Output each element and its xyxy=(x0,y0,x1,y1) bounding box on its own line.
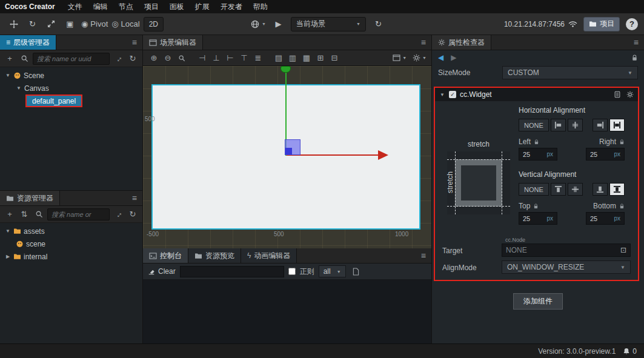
tab-asset-preview[interactable]: 资源预览 xyxy=(188,248,241,263)
assets-refresh-button[interactable]: ↻ xyxy=(127,208,139,220)
tab-animation-editor[interactable]: ϟ 动画编辑器 xyxy=(241,248,297,263)
node-anchor-handle[interactable] xyxy=(285,148,292,154)
lock-icon[interactable] xyxy=(619,204,625,209)
distribute-icon[interactable]: ≣ xyxy=(252,52,264,64)
hierarchy-search-filter-button[interactable] xyxy=(18,53,30,65)
same-size-icon[interactable]: ▦ xyxy=(300,52,313,64)
same-width-icon[interactable]: ⊞ xyxy=(314,52,327,64)
v-align-top-button[interactable] xyxy=(551,183,566,196)
zoom-out-button[interactable]: ⊖ xyxy=(162,52,174,64)
tree-item-canvas[interactable]: ▼ Canvas xyxy=(0,82,142,94)
align-bottom-icon[interactable]: ⊥ xyxy=(210,52,222,64)
tab-assets[interactable]: 资源管理器 xyxy=(0,191,60,205)
expand-collapse-button[interactable]: ↔ xyxy=(112,53,124,65)
inspector-panel-menu-icon[interactable]: ≡ xyxy=(628,38,644,47)
tab-console[interactable]: 控制台 xyxy=(143,248,188,263)
console-filter-input[interactable] xyxy=(180,266,284,277)
gizmo-y-handle[interactable] xyxy=(281,66,291,73)
left-value-input[interactable] xyxy=(523,151,539,158)
tree-item-scene[interactable]: ▼ Scene xyxy=(0,69,142,82)
v-align-none-button[interactable]: NONE xyxy=(519,183,549,196)
assets-collapse-button[interactable]: ↔ xyxy=(112,208,124,220)
top-value-input[interactable] xyxy=(523,215,539,222)
menu-edit[interactable]: 编辑 xyxy=(88,2,113,12)
hierarchy-search-input[interactable] xyxy=(33,53,110,65)
v-align-stretch-button[interactable] xyxy=(609,183,625,196)
menu-project[interactable]: 项目 xyxy=(139,2,164,12)
scene-viewport[interactable]: 500 -500 500 1000 xyxy=(143,66,431,248)
console-panel-menu-icon[interactable]: ≡ xyxy=(416,251,431,260)
nav-back-icon[interactable]: ◀ xyxy=(438,53,443,62)
align-left-icon[interactable]: ⊣ xyxy=(196,52,208,64)
gizmo-x-arrowhead[interactable] xyxy=(378,150,388,160)
alignmode-dropdown[interactable]: ON_WINDOW_RESIZE ▼ xyxy=(502,260,631,274)
bottom-value-input[interactable] xyxy=(590,215,606,222)
rotate-tool-button[interactable]: ↻ xyxy=(25,17,40,31)
notifications[interactable]: 0 xyxy=(623,347,637,356)
node-picker-icon[interactable]: ⊡ xyxy=(620,246,626,254)
zoom-in-button[interactable]: ⊕ xyxy=(148,52,160,64)
pivot-button[interactable]: ◉Pivot xyxy=(81,17,108,31)
rect-tool-button[interactable]: ▣ xyxy=(62,17,78,31)
hierarchy-panel-menu-icon[interactable]: ≡ xyxy=(127,38,142,47)
menu-developer[interactable]: 开发者 xyxy=(215,2,248,12)
selected-node-rect[interactable] xyxy=(285,139,300,155)
tree-item-internal[interactable]: ▶ internal xyxy=(0,250,142,263)
caret-down-icon[interactable]: ▼ xyxy=(5,73,11,78)
h-align-left-button[interactable] xyxy=(551,119,566,131)
caret-down-icon[interactable]: ▼ xyxy=(439,92,445,98)
refresh-scene-button[interactable]: ↻ xyxy=(371,17,386,31)
v-align-middle-button[interactable] xyxy=(568,183,583,196)
align-right-icon[interactable]: ⊢ xyxy=(224,52,236,64)
sort-assets-button[interactable]: ⇅ xyxy=(18,208,30,220)
assets-search-filter-button[interactable] xyxy=(33,208,45,220)
create-node-button[interactable]: + xyxy=(4,53,16,65)
scene-selector-dropdown[interactable]: 当前场景 ▼ xyxy=(291,17,366,31)
nav-forward-icon[interactable]: ▶ xyxy=(451,53,456,62)
tab-inspector[interactable]: 属性检查器 xyxy=(432,35,491,50)
lock-icon[interactable] xyxy=(619,139,625,145)
menu-file[interactable]: 文件 xyxy=(62,2,88,12)
v-align-bottom-button[interactable] xyxy=(593,183,608,196)
mode-2d-button[interactable]: 2D xyxy=(144,17,164,31)
align-center-h-icon[interactable]: ▤ xyxy=(273,52,285,64)
move-tool-button[interactable] xyxy=(6,17,21,31)
right-value-input[interactable] xyxy=(590,151,606,158)
caret-down-icon[interactable]: ▼ xyxy=(5,228,11,234)
target-node-field[interactable]: NONE ⊡ xyxy=(502,244,631,257)
tab-scene-editor[interactable]: 场景编辑器 xyxy=(143,35,203,50)
menu-extension[interactable]: 扩展 xyxy=(190,2,215,12)
local-button[interactable]: ◎Local xyxy=(111,17,139,31)
h-align-right-button[interactable] xyxy=(593,119,608,131)
menu-help[interactable]: 帮助 xyxy=(248,2,273,12)
caret-right-icon[interactable]: ▶ xyxy=(5,254,11,259)
tree-item-assets[interactable]: ▼ assets xyxy=(0,225,142,237)
lock-icon[interactable] xyxy=(534,139,539,145)
gizmo-display-dropdown[interactable]: ▼ xyxy=(393,52,407,64)
play-button[interactable]: ▶ xyxy=(271,17,286,31)
menu-panel[interactable]: 面板 xyxy=(164,2,190,12)
add-component-button[interactable]: 添加组件 xyxy=(513,293,563,310)
menu-node[interactable]: 节点 xyxy=(113,2,139,12)
tree-item-default-panel[interactable]: default_panel xyxy=(0,94,142,107)
create-asset-button[interactable]: + xyxy=(4,208,16,220)
lock-icon[interactable] xyxy=(631,55,638,61)
regex-checkbox[interactable] xyxy=(288,268,296,275)
scene-search-button[interactable] xyxy=(176,52,188,64)
scale-tool-button[interactable] xyxy=(44,17,59,31)
export-log-button[interactable] xyxy=(350,265,362,277)
log-level-dropdown[interactable]: all ▼ xyxy=(319,265,346,277)
h-align-stretch-button[interactable] xyxy=(609,119,625,131)
tree-item-scene-asset[interactable]: scene xyxy=(0,237,142,250)
help-button[interactable]: ? xyxy=(626,18,638,30)
align-top-icon[interactable]: ⊤ xyxy=(238,52,250,64)
h-align-center-button[interactable] xyxy=(568,119,583,131)
assets-search-input[interactable] xyxy=(47,208,110,220)
widget-enabled-checkbox[interactable]: ✓ xyxy=(449,91,456,98)
widget-component-header[interactable]: ▼ ✓ cc.Widget xyxy=(435,88,638,101)
scene-settings-dropdown[interactable]: ▼ xyxy=(413,52,427,64)
open-project-button[interactable]: 项目 xyxy=(583,17,620,31)
caret-down-icon[interactable]: ▼ xyxy=(16,85,22,91)
h-align-none-button[interactable]: NONE xyxy=(519,119,549,131)
docs-icon[interactable] xyxy=(614,91,621,98)
